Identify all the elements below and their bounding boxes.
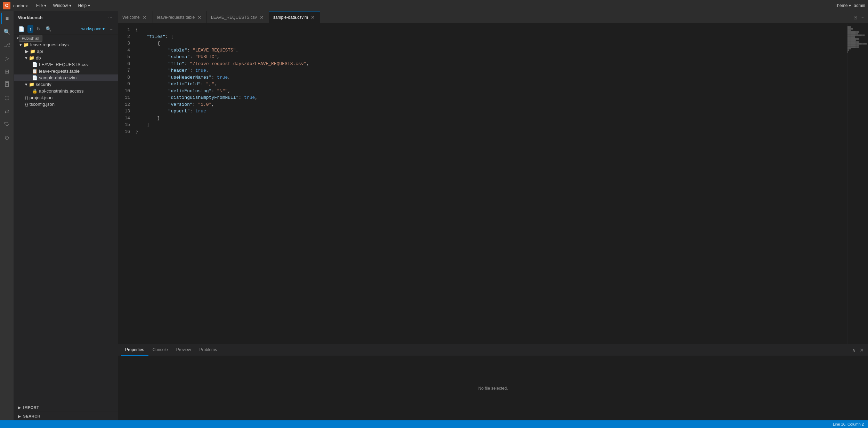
theme-button[interactable]: Theme ▾	[835, 3, 851, 8]
tree-db-item[interactable]: ▾ 📁 db	[14, 55, 118, 61]
panel-tab-problems[interactable]: Problems	[195, 344, 221, 356]
editor-area: Welcome ✕ leave-requests.table ✕ LEAVE_R…	[118, 11, 868, 420]
panel-content: No file selected.	[118, 356, 868, 420]
panel-tab-properties[interactable]: Properties	[121, 344, 148, 356]
search-section: ▶ SEARCH	[14, 412, 118, 420]
bottom-panel: Properties Console Preview Problems ∧ ✕ …	[118, 344, 868, 420]
search-label: SEARCH	[23, 414, 41, 418]
menu-file[interactable]: File ▾	[33, 2, 49, 9]
tsconfig-json-icon: {}	[25, 102, 28, 107]
activity-git[interactable]: ⎇	[1, 39, 13, 51]
activity-extensions[interactable]: ⊞	[1, 65, 13, 77]
admin-button[interactable]: admin	[854, 3, 865, 8]
sidebar-toolbar: 📄 ↑ Publish all ↻ 🔍 workspace ▾ ···	[14, 24, 118, 34]
code-editor[interactable]: { "files": [ { "table": "LEAVE_REQUESTS"…	[133, 24, 847, 344]
workspace-more-button[interactable]: ···	[108, 25, 115, 32]
publish-all-wrapper: ↑ Publish all	[27, 25, 33, 33]
menu-help[interactable]: Help ▾	[75, 2, 93, 9]
projects-section-header[interactable]: ▾ PROJECTS	[14, 34, 118, 41]
search-header[interactable]: ▶ SEARCH	[14, 412, 118, 420]
tab-sample-data-csvim[interactable]: sample-data.csvim ✕	[269, 11, 320, 24]
tree-security-item[interactable]: ▾ 📁 security	[14, 81, 118, 88]
sidebar-title: Workbench	[18, 15, 43, 20]
root-label: leave-request-days	[30, 42, 69, 47]
import-header[interactable]: ▶ IMPORT	[14, 403, 118, 412]
line-num-4: 4	[118, 47, 130, 54]
projects-label: PROJECTS	[20, 36, 42, 40]
tree-root-item[interactable]: ▾ 📁 leave-request-days	[14, 41, 118, 48]
activity-explorer[interactable]: ≡	[1, 13, 13, 24]
activity-publish[interactable]: ⊙	[1, 132, 13, 143]
csvim-file-icon: 📄	[32, 75, 38, 80]
panel-tab-preview[interactable]: Preview	[172, 344, 195, 356]
line-num-9: 9	[118, 81, 130, 88]
menu-window[interactable]: Window ▾	[50, 2, 74, 9]
import-chevron-icon: ▶	[18, 406, 21, 410]
tab-leave-requests-csv-label: LEAVE_REQUESTS.csv	[211, 15, 257, 20]
workspace-selector[interactable]: workspace ▾	[79, 26, 107, 32]
import-section: ▶ IMPORT	[14, 403, 118, 412]
table-label: leave-requests.table	[39, 69, 80, 74]
tab-sample-data-csvim-close[interactable]: ✕	[310, 15, 316, 20]
tree-api-item[interactable]: ▶ 📁 api	[14, 48, 118, 55]
split-editor-button[interactable]: ⊡	[853, 14, 858, 21]
activity-transfer[interactable]: ⇄	[1, 105, 13, 117]
titlebar-right: Theme ▾ admin	[835, 3, 865, 8]
projects-chevron-icon: ▾	[17, 36, 19, 40]
tree-leave-requests-csv-item[interactable]: 📄 LEAVE_REQUESTS.csv	[14, 61, 118, 68]
security-chevron-icon: ▾	[25, 82, 27, 87]
publish-all-button[interactable]: ↑	[27, 25, 33, 33]
tab-leave-requests-csv[interactable]: LEAVE_REQUESTS.csv ✕	[207, 11, 269, 24]
api-label: api	[37, 49, 43, 54]
panel-collapse-button[interactable]: ∧	[851, 347, 857, 354]
line-num-8: 8	[118, 74, 130, 81]
table-file-icon: 📋	[32, 69, 38, 74]
new-file-button[interactable]: 📄	[17, 25, 26, 33]
theme-label: Theme	[835, 3, 847, 8]
line-num-11: 11	[118, 94, 130, 101]
tab-welcome-label: Welcome	[122, 15, 140, 20]
menu-bar: File ▾ Window ▾ Help ▾	[33, 2, 93, 9]
line-num-16: 16	[118, 128, 130, 135]
more-tabs-button[interactable]: ···	[860, 14, 865, 21]
tab-leave-requests-csv-close[interactable]: ✕	[259, 15, 265, 20]
tab-welcome[interactable]: Welcome ✕	[118, 11, 153, 24]
tree-api-constraints-item[interactable]: 🔒 api-constraints.access	[14, 88, 118, 94]
line-num-1: 1	[118, 26, 130, 33]
line-num-12: 12	[118, 101, 130, 108]
tree-sample-data-csvim-item[interactable]: 📄 sample-data.csvim	[14, 74, 118, 81]
line-num-3: 3	[118, 40, 130, 47]
tab-leave-requests-table[interactable]: leave-requests.table ✕	[153, 11, 207, 24]
tsconfig-json-label: tsconfig.json	[30, 102, 55, 107]
line-num-5: 5	[118, 54, 130, 61]
refresh-button[interactable]: ↻	[35, 25, 42, 33]
tab-leave-requests-table-label: leave-requests.table	[157, 15, 195, 20]
activity-search[interactable]: 🔍	[1, 26, 13, 38]
root-chevron-icon: ▾	[19, 42, 22, 47]
sidebar-more-button[interactable]: ···	[107, 14, 114, 21]
app-logo: C	[3, 2, 10, 9]
csv-file-icon: 📄	[32, 62, 38, 67]
db-folder-icon: 📁	[29, 55, 34, 61]
api-chevron-icon: ▶	[25, 49, 29, 54]
tree-tsconfig-json-item[interactable]: {} tsconfig.json	[14, 101, 118, 108]
app-name: codbex	[13, 3, 28, 8]
editor-content[interactable]: 1 2 3 4 5 6 7 8 9 10 11 12 13 14 15 16 {…	[118, 24, 868, 344]
line-numbers: 1 2 3 4 5 6 7 8 9 10 11 12 13 14 15 16	[118, 24, 133, 344]
panel-close-button[interactable]: ✕	[858, 347, 865, 354]
line-num-10: 10	[118, 88, 130, 95]
activity-database[interactable]: 🗄	[1, 79, 13, 90]
tree-leave-requests-table-item[interactable]: 📋 leave-requests.table	[14, 68, 118, 74]
tree-project-json-item[interactable]: {} project.json	[14, 94, 118, 101]
cursor-position: Line 16, Column 2	[833, 422, 864, 426]
tab-welcome-close[interactable]: ✕	[142, 15, 147, 20]
project-json-icon: {}	[25, 95, 28, 100]
activity-debug[interactable]: ▷	[1, 52, 13, 64]
panel-tab-console[interactable]: Console	[148, 344, 172, 356]
activity-api[interactable]: ⬡	[1, 92, 13, 104]
access-label: api-constraints.access	[39, 88, 84, 94]
activity-shield[interactable]: 🛡	[1, 118, 13, 130]
search-button[interactable]: 🔍	[44, 25, 53, 33]
panel-tabs: Properties Console Preview Problems ∧ ✕	[118, 344, 868, 356]
tab-leave-requests-table-close[interactable]: ✕	[197, 15, 202, 20]
